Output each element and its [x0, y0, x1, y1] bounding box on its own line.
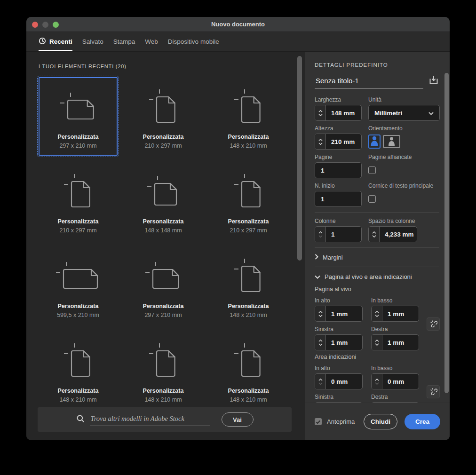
zoom-window-button[interactable]: [53, 22, 59, 28]
colonne-spin-buttons[interactable]: [315, 227, 326, 242]
area-in-basso-stepper[interactable]: 0 mm: [371, 373, 419, 389]
close-window-button[interactable]: [32, 22, 38, 28]
altezza-stepper[interactable]: 210 mm: [315, 134, 362, 150]
spin-buttons[interactable]: [372, 335, 382, 350]
vivo-in-basso-value[interactable]: 1 mm: [382, 306, 419, 321]
area-in-alto-stepper[interactable]: 0 mm: [315, 373, 363, 389]
recent-item[interactable]: Personalizzata 148 x 210 mm: [124, 331, 203, 410]
dialog-footer: Anteprima Chiudi Crea: [305, 403, 450, 440]
altezza-label: Altezza: [315, 125, 362, 132]
area-in-alto-label: In alto: [315, 365, 363, 372]
spin-buttons[interactable]: [315, 306, 326, 321]
vivo-sinistra-value[interactable]: 1 mm: [326, 335, 362, 350]
pagine-affiancate-checkbox[interactable]: [368, 166, 376, 174]
larghezza-spin-buttons[interactable]: [315, 105, 326, 120]
minimize-window-button[interactable]: [42, 22, 48, 28]
recent-item[interactable]: Personalizzata 297 x 210 mm: [39, 77, 118, 156]
details-scrollbar-thumb[interactable]: [444, 73, 449, 393]
larghezza-stepper[interactable]: 148 mm: [315, 105, 362, 121]
vivo-in-alto-stepper[interactable]: 1 mm: [315, 306, 363, 322]
area-sinistra-stepper[interactable]: 0 mm: [315, 402, 363, 403]
spazio-spin-buttons[interactable]: [369, 227, 380, 242]
cornice-checkbox[interactable]: [368, 195, 376, 203]
recent-item[interactable]: Personalizzata 148 x 210 mm: [209, 77, 288, 156]
recent-item-dims: 148 x 210 mm: [144, 396, 182, 403]
area-in-basso-value[interactable]: 0 mm: [382, 374, 419, 389]
vivo-section-toggle[interactable]: Pagina al vivo e area indicazioni: [315, 272, 439, 281]
document-thumbnail-icon: [147, 170, 179, 214]
recent-item[interactable]: Personalizzata 148 x 148 mm: [124, 162, 203, 240]
margini-label: Margini: [323, 254, 343, 261]
n-inizio-input[interactable]: [315, 191, 362, 207]
spazio-stepper[interactable]: 4,233 mm: [368, 226, 417, 242]
vivo-in-alto-value[interactable]: 1 mm: [326, 306, 362, 321]
tab-dispositivo-mobile[interactable]: Dispositivo mobile: [168, 32, 219, 51]
vivo-destra-value[interactable]: 1 mm: [382, 335, 419, 350]
spin-buttons[interactable]: [315, 335, 326, 350]
unita-dropdown[interactable]: Millimetri: [368, 105, 440, 121]
altezza-spin-buttons[interactable]: [315, 134, 326, 149]
orientation-portrait-button[interactable]: [368, 135, 381, 149]
spazio-value[interactable]: 4,233 mm: [380, 227, 417, 242]
anteprima-checkbox[interactable]: [315, 418, 322, 425]
landscape-person-icon: [384, 135, 399, 148]
area-destra-label: Destra: [371, 394, 419, 401]
colonne-value[interactable]: 1: [326, 227, 361, 242]
chiudi-button[interactable]: Chiudi: [364, 414, 397, 429]
cornice-label: Cornice di testo principale: [368, 182, 440, 190]
recent-item[interactable]: Personalizzata 148 x 210 mm: [39, 331, 118, 410]
pagine-input[interactable]: [315, 162, 362, 178]
area-destra-stepper[interactable]: 0 mm: [371, 402, 419, 403]
colonne-stepper[interactable]: 1: [315, 226, 362, 242]
document-thumbnail-icon: [149, 86, 178, 129]
search-icon: [76, 414, 85, 425]
recent-item-dims: 297 x 210 mm: [144, 312, 182, 318]
vivo-link-values-button[interactable]: [427, 317, 440, 331]
checkmark-icon: [316, 418, 321, 426]
vivo-destra-stepper[interactable]: 1 mm: [371, 334, 419, 350]
recent-item[interactable]: Personalizzata 210 x 297 mm: [124, 77, 203, 156]
vivo-in-alto-label: In alto: [315, 297, 363, 304]
altezza-value[interactable]: 210 mm: [326, 134, 361, 149]
pagina-al-vivo-group: In alto 1 mm In basso: [315, 297, 440, 350]
recents-grid: Personalizzata 297 x 210 mm Personalizza…: [39, 77, 305, 410]
crea-button[interactable]: Crea: [405, 414, 440, 429]
spin-buttons[interactable]: [372, 306, 382, 321]
details-header: DETTAGLI PREDEFINITO: [315, 62, 439, 68]
recent-item[interactable]: Personalizzata 148 x 210 mm: [209, 331, 288, 410]
margini-section-toggle[interactable]: Margini: [315, 253, 439, 261]
area-link-values-button[interactable]: [427, 385, 440, 398]
divider: [315, 267, 439, 267]
vivo-in-basso-stepper[interactable]: 1 mm: [371, 306, 419, 322]
stock-search-input[interactable]: [90, 413, 210, 426]
recents-scrollbar-thumb[interactable]: [297, 56, 302, 261]
recent-item[interactable]: Personalizzata 148 x 210 mm: [209, 246, 288, 325]
recent-item[interactable]: Personalizzata 599,5 x 210 mm: [39, 246, 118, 325]
divider: [315, 247, 439, 248]
recent-item-dims: 599,5 x 210 mm: [57, 312, 99, 318]
recent-item-name: Personalizzata: [228, 388, 269, 394]
spin-buttons[interactable]: [315, 374, 326, 389]
save-preset-button[interactable]: [428, 74, 439, 89]
recent-item[interactable]: Personalizzata 210 x 297 mm: [39, 162, 118, 240]
title-bar[interactable]: Nuovo documento: [26, 17, 450, 32]
tab-label: Recenti: [49, 38, 72, 45]
tab-salvato[interactable]: Salvato: [82, 32, 103, 51]
recent-item-dims: 210 x 297 mm: [144, 142, 182, 149]
recent-item[interactable]: Personalizzata 210 x 297 mm: [209, 162, 288, 240]
anteprima-label: Anteprima: [327, 418, 355, 425]
document-title-input[interactable]: [315, 76, 423, 89]
tab-recenti[interactable]: Recenti: [39, 32, 72, 51]
larghezza-value[interactable]: 148 mm: [326, 105, 361, 120]
document-thumbnail-icon: [234, 170, 263, 214]
vivo-sinistra-stepper[interactable]: 1 mm: [315, 334, 363, 350]
vai-button[interactable]: Vai: [222, 412, 254, 427]
spin-buttons[interactable]: [372, 374, 382, 389]
area-in-alto-value[interactable]: 0 mm: [326, 374, 362, 389]
download-icon: [428, 80, 439, 87]
recent-item-name: Personalizzata: [58, 303, 99, 309]
tab-web[interactable]: Web: [145, 32, 158, 51]
tab-stampa[interactable]: Stampa: [113, 32, 135, 51]
recent-item[interactable]: Personalizzata 297 x 210 mm: [124, 246, 203, 325]
orientation-landscape-button[interactable]: [383, 135, 400, 148]
